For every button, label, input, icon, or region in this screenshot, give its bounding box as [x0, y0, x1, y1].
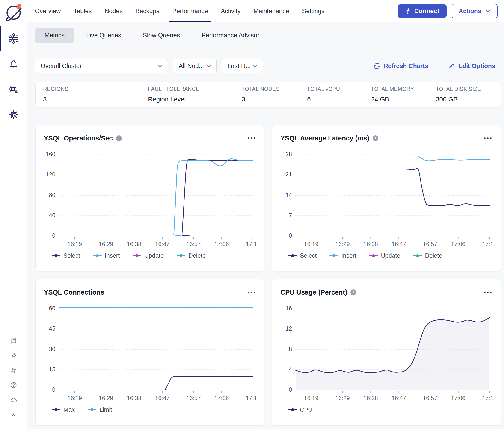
svg-text:16:38: 16:38: [363, 241, 378, 247]
time-range-select[interactable]: Last H...: [222, 59, 263, 73]
tab-backups[interactable]: Backups: [136, 0, 159, 22]
legend-label: Update: [381, 252, 400, 259]
chart-legend: SelectInsertUpdateDelete: [52, 252, 256, 259]
legend-item-select[interactable]: Select: [52, 252, 80, 259]
cluster-select-value: Overall Cluster: [41, 63, 82, 70]
legend-item-insert[interactable]: Insert: [329, 252, 356, 259]
svg-text:16:29: 16:29: [99, 395, 113, 401]
sidebar-item-alerts[interactable]: [0, 51, 27, 77]
globe-gear-icon: [8, 84, 19, 95]
stat-value: 6: [307, 96, 371, 103]
chart-title: YSQL Average Latency (ms): [280, 134, 369, 142]
nodes-select-value: All Nod...: [179, 63, 204, 70]
svg-text:16:19: 16:19: [68, 395, 82, 401]
svg-text:21: 21: [285, 171, 292, 178]
legend-item-select[interactable]: Select: [288, 252, 317, 259]
chart-canvas[interactable]: 0408012016016:1916:2916:3816:4716:5717:0…: [44, 145, 256, 249]
legend-item-max[interactable]: Max: [52, 406, 75, 413]
refresh-charts-button[interactable]: Refresh Charts: [373, 63, 428, 70]
svg-text:17:06: 17:06: [214, 241, 229, 247]
tab-performance[interactable]: Performance: [172, 0, 208, 22]
chart-menu-button[interactable]: [247, 137, 256, 139]
sidebar-item-clusters[interactable]: [0, 26, 27, 51]
stat-label: TOTAL NODES: [242, 86, 307, 92]
cluster-tabs: Overview Tables Nodes Backups Performanc…: [35, 0, 324, 22]
legend-item-delete[interactable]: Delete: [413, 252, 442, 259]
stat-value: Region Level: [148, 96, 242, 103]
tab-metrics[interactable]: Metrics: [35, 28, 74, 43]
sidebar-item-slack[interactable]: [0, 363, 27, 378]
connect-button[interactable]: Connect: [398, 4, 447, 18]
svg-text:16:19: 16:19: [68, 241, 82, 247]
stat-label: FAULT TOLERANCE: [148, 86, 242, 92]
svg-text:16:57: 16:57: [186, 395, 201, 401]
chart-canvas[interactable]: 048121616:1916:2916:3816:4716:5717:0617:…: [280, 299, 492, 403]
stat-label: TOTAL DISK SIZE: [436, 86, 481, 92]
chevron-down-icon: [158, 64, 163, 68]
legend-item-cpu[interactable]: CPU: [288, 406, 313, 413]
tab-nodes[interactable]: Nodes: [105, 0, 123, 22]
svg-text:16:19: 16:19: [304, 395, 319, 401]
svg-text:16:57: 16:57: [186, 241, 201, 247]
chart-canvas[interactable]: 01530456016:1916:2916:3816:4716:5717:061…: [44, 299, 256, 403]
stat-value: 3: [242, 96, 307, 103]
svg-text:16:47: 16:47: [155, 241, 169, 247]
chart-canvas[interactable]: 0714212816:1916:2916:3816:4716:5717:0617…: [280, 145, 492, 249]
tab-activity[interactable]: Activity: [221, 0, 241, 22]
sidebar-item-docs[interactable]: [0, 333, 27, 348]
legend-item-insert[interactable]: Insert: [93, 252, 120, 259]
sidebar-item-network[interactable]: [0, 77, 27, 102]
svg-text:16:57: 16:57: [423, 241, 437, 247]
plug-icon: [10, 352, 17, 359]
actions-button[interactable]: Actions: [452, 4, 497, 18]
nodes-select[interactable]: All Nod...: [173, 59, 217, 73]
stat-label: REGIONS: [43, 86, 148, 92]
svg-text:80: 80: [49, 192, 55, 198]
chart-menu-button[interactable]: [484, 291, 492, 293]
chart-menu-button[interactable]: [484, 137, 492, 139]
book-icon: [10, 337, 17, 345]
info-icon[interactable]: [350, 289, 356, 295]
stat-fault-tolerance: FAULT TOLERANCE Region Level: [148, 86, 242, 103]
edit-options-button[interactable]: Edit Options: [448, 63, 495, 70]
svg-text:0: 0: [289, 386, 292, 393]
tab-live-queries[interactable]: Live Queries: [77, 28, 131, 43]
slack-icon: [10, 367, 17, 374]
legend-item-update[interactable]: Update: [133, 252, 164, 259]
tab-slow-queries[interactable]: Slow Queries: [133, 28, 190, 43]
legend-item-delete[interactable]: Delete: [177, 252, 206, 259]
chart-menu-button[interactable]: [247, 291, 256, 293]
info-icon[interactable]: [372, 135, 378, 141]
legend-item-limit[interactable]: Limit: [88, 406, 112, 413]
sidebar-item-settings[interactable]: [0, 102, 27, 127]
legend-item-update[interactable]: Update: [369, 252, 400, 259]
svg-text:120: 120: [46, 171, 55, 178]
chevron-down-icon: [206, 64, 212, 68]
metrics-filter-bar: Overall Cluster All Nod... Last H... Ref…: [35, 59, 495, 73]
svg-text:16:57: 16:57: [423, 395, 437, 401]
svg-text:14: 14: [285, 192, 292, 198]
stat-value: 3: [43, 96, 148, 103]
svg-text:17:06: 17:06: [214, 395, 229, 401]
tab-overview[interactable]: Overview: [35, 0, 61, 22]
stat-label: TOTAL MEMORY: [371, 86, 436, 92]
svg-text:28: 28: [285, 151, 292, 157]
sidebar-collapse-button[interactable]: [0, 407, 27, 422]
refresh-icon: [373, 63, 380, 69]
svg-text:15: 15: [49, 366, 55, 373]
tab-maintenance[interactable]: Maintenance: [253, 0, 289, 22]
info-icon[interactable]: [116, 135, 122, 141]
svg-text:60: 60: [49, 305, 55, 311]
legend-label: CPU: [300, 406, 313, 413]
tab-tables[interactable]: Tables: [74, 0, 92, 22]
tab-performance-advisor[interactable]: Performance Advisor: [192, 28, 269, 43]
chevron-down-icon: [486, 9, 491, 13]
sidebar-item-integrations[interactable]: [0, 348, 27, 363]
svg-text:160: 160: [46, 151, 55, 157]
sidebar-item-help[interactable]: [0, 378, 27, 393]
tab-settings[interactable]: Settings: [302, 0, 325, 22]
sidebar-item-cloud-status[interactable]: [0, 393, 27, 407]
svg-text:0: 0: [52, 232, 55, 239]
cluster-select[interactable]: Overall Cluster: [35, 59, 168, 73]
chart-title: YSQL Connections: [44, 288, 104, 296]
